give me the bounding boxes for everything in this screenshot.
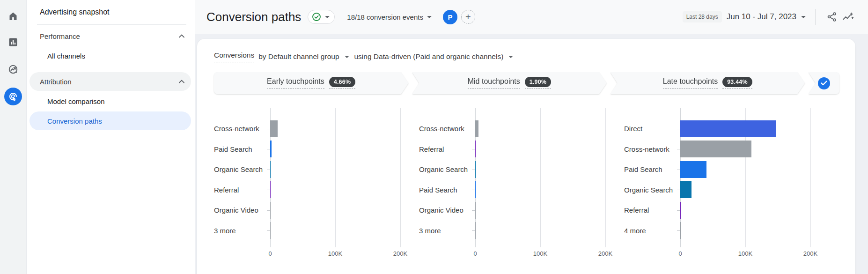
axis-tick — [677, 190, 680, 190]
nav-item-label: Conversion paths — [47, 117, 102, 125]
category-label: Organic Search — [214, 159, 270, 180]
tab-late-touchpoints[interactable]: Late touchpoints 93.44% — [611, 72, 805, 94]
bar-row — [680, 139, 826, 160]
reports-icon[interactable] — [4, 33, 22, 52]
caret-down-icon[interactable] — [508, 56, 513, 58]
nav-title: Advertising snapshot — [27, 7, 195, 20]
category-label: Referral — [624, 200, 680, 221]
axis-tick — [472, 170, 475, 170]
chart-early-touchpoints: Cross-networkPaid SearchOrganic SearchRe… — [214, 108, 416, 247]
axis-tick — [472, 230, 475, 231]
bar[interactable] — [270, 141, 272, 157]
chevron-up-icon — [179, 34, 184, 38]
share-icon[interactable] — [824, 9, 840, 25]
nav-item-label: Model comparison — [47, 97, 105, 105]
x-axis-tick-label: 100K — [328, 250, 342, 257]
report-status-dropdown[interactable] — [308, 10, 335, 24]
bar[interactable] — [475, 120, 478, 137]
bar[interactable] — [680, 222, 681, 239]
category-label: 3 more — [419, 221, 475, 241]
touchpoint-charts: Cross-networkPaid SearchOrganic SearchRe… — [214, 108, 855, 247]
nav-section-attribution[interactable]: Attribution — [29, 72, 191, 91]
category-label: Cross-network — [214, 118, 270, 139]
bar-row — [475, 118, 621, 139]
bar[interactable] — [680, 141, 751, 157]
conversion-paths-card: Conversions by Default channel group usi… — [197, 39, 855, 274]
conversion-events-label: 18/18 conversion events — [347, 13, 423, 21]
home-icon[interactable] — [4, 7, 22, 26]
axis-tick — [267, 149, 270, 149]
add-comparison-button[interactable]: + — [461, 10, 475, 24]
category-label: Direct — [624, 118, 680, 139]
verified-check-icon — [312, 12, 321, 22]
tab-label: Late touchpoints — [663, 77, 718, 89]
dimension-label: by Default channel group — [258, 52, 339, 61]
bar[interactable] — [475, 141, 476, 157]
avatar[interactable]: P — [443, 10, 457, 24]
bar-row — [270, 118, 416, 139]
tab-badge-wrap: 1.90% — [525, 77, 551, 89]
category-label: Cross-network — [624, 139, 680, 160]
bar[interactable] — [680, 161, 706, 178]
bar-row — [475, 159, 621, 180]
conversion-events-dropdown[interactable]: 18/18 conversion events — [347, 13, 432, 21]
tab-early-touchpoints[interactable]: Early touchpoints 4.66% — [214, 72, 408, 94]
axis-tick — [267, 230, 270, 231]
nav-item-all-channels[interactable]: All channels — [29, 46, 191, 65]
date-range-picker[interactable]: Jun 10 - Jul 7, 2023 — [727, 12, 806, 22]
metric-selector[interactable]: Conversions — [214, 51, 254, 62]
nav-item-model-comparison[interactable]: Model comparison — [29, 92, 191, 111]
caret-down-icon — [325, 16, 330, 18]
percentage-badge: 1.90% — [525, 77, 551, 87]
x-axis-tick-label: 100K — [533, 250, 547, 257]
nav-section-performance[interactable]: Performance — [29, 27, 191, 45]
tab-mid-touchpoints[interactable]: Mid touchpoints 1.90% — [412, 72, 606, 94]
category-label: Paid Search — [214, 139, 270, 160]
bar-row — [680, 221, 826, 241]
model-selector[interactable]: using Data-driven (Paid and organic chan… — [354, 52, 504, 61]
bar-row — [270, 200, 416, 221]
axis-tick — [267, 210, 270, 211]
chart-category-labels: DirectCross-networkPaid SearchOrganic Se… — [624, 108, 680, 247]
chart-category-labels: Cross-networkPaid SearchOrganic SearchRe… — [214, 108, 270, 247]
category-label: 4 more — [624, 221, 680, 241]
caret-down-icon[interactable] — [345, 56, 349, 58]
bar[interactable] — [270, 120, 278, 137]
chart-plot: 0100K200K — [475, 108, 621, 247]
bar[interactable] — [680, 181, 691, 198]
bar-row — [270, 221, 416, 241]
bar-row — [680, 200, 826, 221]
nav-item-conversion-paths[interactable]: Conversion paths — [29, 111, 191, 130]
bar-row — [680, 118, 826, 139]
bar-row — [680, 159, 826, 180]
axis-tick — [677, 210, 680, 211]
chart-plot: 0100K200K — [270, 108, 416, 247]
bar[interactable] — [680, 202, 681, 219]
check-icon — [818, 77, 830, 89]
x-axis-tick-label: 100K — [738, 250, 752, 257]
axis-tick — [677, 129, 680, 129]
x-axis-tick-label: 200K — [393, 250, 407, 257]
explore-icon[interactable] — [4, 60, 22, 79]
bar[interactable] — [270, 181, 271, 198]
main-content: Conversion paths 18/18 conversion events… — [195, 0, 868, 274]
bar[interactable] — [680, 120, 776, 137]
category-label: Organic Search — [419, 159, 475, 180]
touchpoint-tabs: Early touchpoints 4.66% Mid touchpoints … — [214, 72, 839, 94]
insights-icon[interactable] — [840, 9, 856, 25]
bar-row — [270, 159, 416, 180]
bar-row — [475, 180, 621, 200]
advertising-icon[interactable] — [4, 88, 22, 105]
axis-tick — [677, 149, 680, 149]
category-label: Organic Video — [419, 200, 475, 221]
category-label: Referral — [214, 180, 270, 200]
chart-category-labels: Cross-networkReferralOrganic SearchPaid … — [419, 108, 475, 247]
bar-row — [270, 180, 416, 200]
advertising-nav: Advertising snapshot Performance All cha… — [27, 0, 195, 274]
axis-tick — [472, 190, 475, 190]
report-header: Conversion paths 18/18 conversion events… — [195, 0, 868, 34]
bar[interactable] — [270, 161, 271, 178]
tab-select-all[interactable] — [809, 72, 839, 94]
bar[interactable] — [475, 161, 476, 178]
axis-tick — [472, 129, 475, 129]
